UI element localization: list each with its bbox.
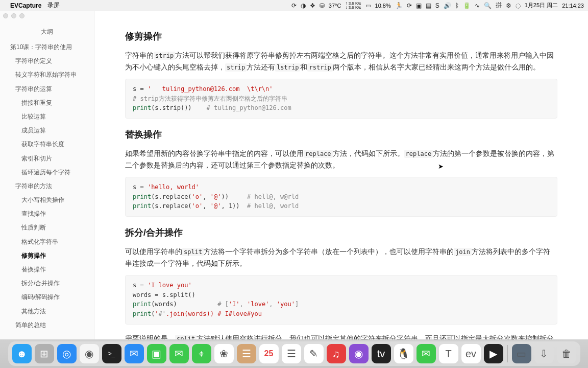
code-inline: lstrip [275,63,300,72]
battery-icon[interactable]: ▭ [365,2,371,9]
dock-app-calendar[interactable]: 25 [259,344,279,363]
outline-item[interactable]: 拼接和重复 [0,96,94,110]
dock-app-ev[interactable]: ev [461,344,481,363]
outline-item[interactable]: 索引和切片 [0,152,94,166]
status-icon[interactable]: ❖ [310,2,315,9]
dock-app-typora[interactable]: T [439,344,458,363]
outline-item[interactable]: 查找操作 [0,207,94,221]
status-icon[interactable]: ◌ [516,2,521,9]
code-inline: split [182,248,204,256]
status-icon[interactable]: ▤ [426,2,431,9]
dock-app-messages[interactable]: ✉ [169,344,189,363]
date[interactable]: 1月25日 周二 [525,2,558,9]
time[interactable]: 21:14:23 [562,3,584,9]
dock-app-folder[interactable]: ▭ [512,344,531,363]
zoom-button[interactable] [19,13,24,18]
outline-item[interactable]: 比较运算 [0,110,94,124]
app-name[interactable]: EVCapture [10,2,41,9]
toggles-icon[interactable]: ⚙ [506,2,511,9]
outline-item[interactable]: 大小写相关操作 [0,193,94,207]
outline-item[interactable]: 编码/解码操作 [0,290,94,304]
outline-item[interactable]: 简单的总结 [0,318,94,332]
dock: ☻⊞◎◉>_✉▣✉⌖❀☰25☰✎♫◉tv🐧✉Tev▶▭⇩🗑 [0,339,588,368]
code-inline: replace [304,150,333,158]
dock-app-qq[interactable]: 🐧 [394,344,413,363]
heading-trim: 修剪操作 [125,29,557,44]
dock-app-notes[interactable]: ✎ [304,344,324,363]
minimize-button[interactable] [11,13,16,18]
outline-item[interactable]: 成员运算 [0,124,94,137]
code-inline: replace [404,150,433,158]
code-block[interactable]: s = 'I love you' words = s.split() print… [125,275,557,324]
runner-icon[interactable]: 🏃 [395,2,403,9]
document-content[interactable]: 修剪操作 字符串的strip方法可以帮我们获得将原字符串修剪掉左右两端空格之后的… [94,11,588,339]
dock-app-facetime[interactable]: ▣ [147,344,166,363]
temp: 37°C [329,3,341,9]
outline-item[interactable]: 拆分/合并操作 [0,277,94,290]
code-inline: strip [225,63,247,72]
status-icon[interactable]: ⟳ [291,2,297,9]
dock-app-podcasts[interactable]: ◉ [349,344,369,363]
code-inline: strip [154,52,175,60]
dock-app-reminders[interactable]: ☰ [282,344,301,363]
paragraph: 字符串的strip方法可以帮我们获得将原字符串修剪掉左右两端空格之后的字符串。这… [125,50,557,74]
dock-app-music[interactable]: ♫ [327,344,346,363]
dock-app-photos[interactable]: ❀ [214,344,234,363]
dock-app-contacts[interactable]: ☰ [237,344,256,363]
dock-app-safari[interactable]: ◎ [57,344,77,363]
paragraph: 如果希望用新的内容替换字符串中指定的内容，可以使用replace方法，代码如下所… [125,148,557,172]
outline-item[interactable]: 第10课：字符串的使用 [0,40,94,54]
code-inline: join [454,248,472,256]
outline-item[interactable]: 字符串的运算 [0,82,94,96]
outline-item[interactable]: 其他方法 [0,305,94,318]
dock-app-terminal[interactable]: >_ [102,344,121,363]
outline-item[interactable]: 修剪操作 [0,249,94,263]
heading-replace: 替换操作 [125,127,557,143]
status-icon[interactable]: ⟳ [407,2,412,9]
outline-item[interactable]: 字符串的方法 [0,179,94,193]
dock-app-tv[interactable]: tv [372,344,391,363]
search-icon[interactable]: 🔍 [484,2,492,9]
battery-icon[interactable]: 🔋 [463,2,471,9]
status-icon[interactable]: ▣ [416,2,422,9]
dock-app-maps[interactable]: ⌖ [192,344,211,363]
outline-item[interactable]: 替换操作 [0,263,94,277]
paragraph: 可以使用字符串的split方法将一个字符串拆分为多个字符串（放在一个列表中），也… [125,246,557,270]
outline-item[interactable]: 性质判断 [0,221,94,235]
dock-app-launchpad[interactable]: ⊞ [35,344,54,363]
window-controls [3,13,24,18]
outline-header: 大纲 [0,26,94,40]
outline-item[interactable]: 格式化字符串 [0,235,94,249]
outline-item[interactable]: 获取字符串长度 [0,137,94,151]
outline-item[interactable]: 字符串的定义 [0,54,94,68]
outline-item[interactable]: 转义字符和原始字符串 [0,68,94,82]
code-inline: rstrip [307,63,332,72]
dock-app-finder[interactable]: ☻ [12,344,32,363]
menubar: EVCapture 录屏 ⟳ ◑ ❖ ⛁ 37°C ↑ 3.6 K/s ↓ 3.… [0,0,588,11]
bluetooth-icon[interactable]: ᛒ [455,2,459,9]
code-block[interactable]: s = 'hello, world' print(s.replace('o', … [125,177,557,217]
dock-app-player[interactable]: ▶ [484,344,503,363]
dock-app-downloads[interactable]: ⇩ [534,344,554,363]
outline-item[interactable]: 循环遍历每个字符 [0,166,94,179]
paragraph: 需要说明的是，split方法默认使用空格进行拆分，我们也可以指定其他的字符来拆分… [125,333,557,340]
code-inline: split [175,335,197,340]
code-block[interactable]: s = ' tuling_python@126.com \t\r\n' # st… [125,79,557,119]
dock-separator [507,345,508,362]
close-button[interactable] [3,13,8,18]
input-icon[interactable]: 拼 [496,1,502,10]
cpu: 10.8% [375,3,391,9]
volume-icon[interactable]: 🔊 [444,2,451,9]
network-stats: ↑ 3.6 K/s ↓ 3.6 K/s [345,2,361,10]
heading-split: 拆分/合并操作 [125,225,557,241]
dock-app-wechat[interactable]: ✉ [416,344,436,363]
dock-app-chrome[interactable]: ◉ [80,344,99,363]
dock-app-trash[interactable]: 🗑 [557,344,576,363]
status-icon[interactable]: S [435,2,439,9]
outline-sidebar: 大纲 第10课：字符串的使用字符串的定义转义字符和原始字符串字符串的运算拼接和重… [0,11,94,339]
status-icon[interactable]: ⛁ [320,2,325,9]
status-icon[interactable]: ∿ [475,2,480,9]
menu-record[interactable]: 录屏 [47,1,60,10]
status-icon[interactable]: ◑ [301,2,306,9]
dock-app-mail[interactable]: ✉ [125,344,144,363]
